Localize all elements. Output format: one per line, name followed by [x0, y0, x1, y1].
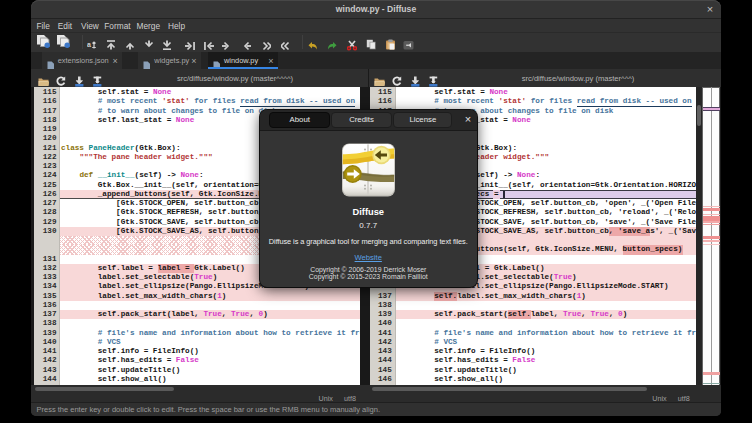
- svg-text:a: a: [87, 41, 91, 48]
